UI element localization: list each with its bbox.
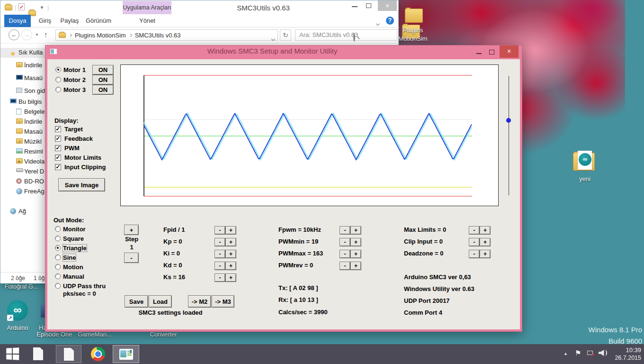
sidebar-item-5[interactable]: Belgele [0, 107, 46, 117]
sidebar-item-14[interactable]: Ağ [0, 207, 46, 217]
taskbar-item-smc3[interactable] [113, 345, 139, 363]
quick-access-doc-check-icon[interactable]: ✓ [18, 3, 25, 10]
search-placeholder: Ara: SMC3Utils v0.63 [299, 31, 358, 38]
star-icon [10, 49, 16, 58]
sidebar-item-7[interactable]: Masaü [0, 127, 46, 137]
sidebar-item-label: Belgele [24, 108, 45, 115]
breadcrumb-chevron-icon[interactable] [69, 33, 72, 36]
sidebar-item-8[interactable]: Müzikl [0, 137, 46, 147]
sidebar-item-label: Sık Kulla [18, 49, 43, 56]
smc3-maximize-button[interactable] [489, 50, 494, 55]
desktop-label-converter[interactable]: Converter [142, 331, 185, 338]
ribbon-expand-chevron-icon[interactable] [376, 18, 379, 27]
sidebar-item-9[interactable]: Resiml [0, 147, 46, 157]
ribbon-tab-2[interactable]: Paylaş [57, 15, 82, 27]
tray-show-hidden-icons[interactable]: ▲ [564, 351, 568, 356]
sidebar-item-label: İndirile [24, 118, 42, 125]
sidebar-item-label: Yerel D [24, 168, 44, 175]
qat-customize-icon[interactable]: ▼ [40, 5, 44, 10]
taskbar-item-notepad[interactable] [56, 345, 81, 363]
sidebar-item-label: Bu bilgis [18, 98, 42, 105]
smc3-close-button[interactable]: × [500, 46, 519, 58]
up-button[interactable]: ↑ [44, 30, 48, 38]
taskbar-document-icon[interactable] [33, 347, 43, 360]
sidebar-item-6[interactable]: İndirile [0, 117, 46, 127]
sidebar-item-10[interactable]: Videola [0, 157, 46, 167]
sidebar-item-label: Son gid [24, 87, 45, 94]
smc3-minimize-button[interactable] [476, 53, 482, 54]
context-tab-application-tools[interactable]: Uygulama Araçları [123, 1, 171, 14]
icon-label: Arduino [0, 324, 35, 331]
sidebar-item-0[interactable]: Sık Kulla [0, 48, 46, 58]
ribbon-tab-1[interactable]: Giriş [34, 15, 56, 27]
ribbon-tab-4[interactable]: Yönet [134, 15, 161, 27]
sidebar-item-label: Müzikl [24, 138, 42, 145]
close-button[interactable]: × [378, 0, 397, 11]
forward-button[interactable]: → [21, 29, 32, 40]
refresh-button[interactable]: ↻ [280, 29, 291, 41]
disc-drive-icon [16, 178, 22, 184]
watermark-line1: Windows 8.1 Pro [545, 324, 642, 336]
desktop-label-fotograf[interactable]: Fotoğraf G... [0, 283, 43, 290]
sidebar-item-label: İndirile [24, 62, 42, 69]
monitor-icon [16, 75, 23, 80]
desktop-icon-plugins-motionsim[interactable]: Plugins MotionSim [400, 6, 418, 34]
sidebar-item-3[interactable]: Son gid [0, 86, 46, 96]
clock[interactable]: 10:39 26.7.2015 [612, 346, 641, 362]
sidebar-item-4[interactable]: Bu bilgis [0, 97, 46, 107]
minimize-button[interactable] [352, 6, 358, 7]
clock-time: 10:39 [612, 346, 641, 354]
volume-icon[interactable] [599, 350, 610, 356]
sidebar-item-label: FreeAg [24, 188, 45, 195]
arduino-disc-icon: ∞ [579, 153, 591, 166]
taskbar-chrome-icon[interactable] [91, 347, 105, 361]
recent-locations-chevron-icon[interactable]: ▼ [35, 33, 39, 37]
breadcrumb-chevron-icon[interactable] [129, 33, 132, 36]
sidebar-item-13[interactable]: FreeAg [0, 187, 46, 197]
videos-folder-icon [16, 158, 23, 164]
ribbon-divider [0, 27, 399, 27]
sidebar-item-1[interactable]: İndirile [0, 61, 46, 71]
desktop-label-gameman[interactable]: GameMan... [69, 331, 121, 338]
folder-icon [405, 9, 423, 23]
folder-download-icon [16, 62, 23, 67]
action-center-flag-icon[interactable]: ⚑ [575, 349, 581, 357]
app-folder-icon [5, 5, 12, 10]
help-icon[interactable]: ? [386, 17, 394, 25]
document-icon [64, 348, 74, 361]
search-input[interactable]: Ara: SMC3Utils v0.63 [295, 29, 397, 41]
sidebar-item-label: Ağ [18, 208, 26, 215]
sidebar-item-2[interactable]: Masaü [0, 73, 46, 83]
music-folder-icon [16, 138, 23, 144]
network-status-icon[interactable]: × [587, 350, 597, 358]
start-button[interactable] [6, 347, 19, 360]
back-button[interactable]: ← [9, 29, 19, 40]
address-dropdown-chevron-icon[interactable] [272, 34, 275, 42]
folder-icon [16, 128, 23, 134]
explorer-window-title: SMC3Utils v0.63 [214, 4, 313, 12]
smc3-client-area [47, 59, 520, 329]
ribbon-tab-0[interactable]: Dosya [4, 15, 31, 27]
breadcrumb-segment[interactable]: Plugins MotionSim [75, 32, 126, 39]
sidebar-item-label: BD-RO [24, 178, 44, 185]
smc3-app-icon [119, 349, 133, 360]
desktop-icon-yeni[interactable]: ∞ yeni [567, 149, 602, 167]
item-count: 2 öğe [11, 275, 25, 282]
local-disk-icon [16, 168, 23, 172]
sidebar-item-11[interactable]: Yerel D [0, 167, 46, 177]
network-icon [10, 208, 16, 214]
recent-places-icon [16, 88, 22, 93]
separator: | [47, 4, 49, 11]
ribbon-tab-3[interactable]: Görünüm [83, 15, 114, 27]
breadcrumb-segment[interactable]: SMC3Utils v0.63 [135, 32, 181, 39]
shortcut-arrow-icon: ↗ [7, 315, 13, 321]
taskbar: ▲ ⚑ × 10:39 26.7.2015 [0, 344, 644, 364]
address-folder-icon [59, 33, 66, 38]
sidebar-item-12[interactable]: BD-RO [0, 177, 46, 187]
address-bar[interactable]: Plugins MotionSimSMC3Utils v0.63 [55, 29, 278, 41]
windows-version-watermark: Windows 8.1 Pro Build 9600 [545, 324, 642, 347]
maximize-button[interactable] [366, 3, 371, 8]
selected-count: 1 öğ [34, 275, 45, 282]
smc3-window-title: Windows SMC3 Setup and Monitor Utility [47, 47, 497, 55]
computer-icon [10, 99, 17, 103]
